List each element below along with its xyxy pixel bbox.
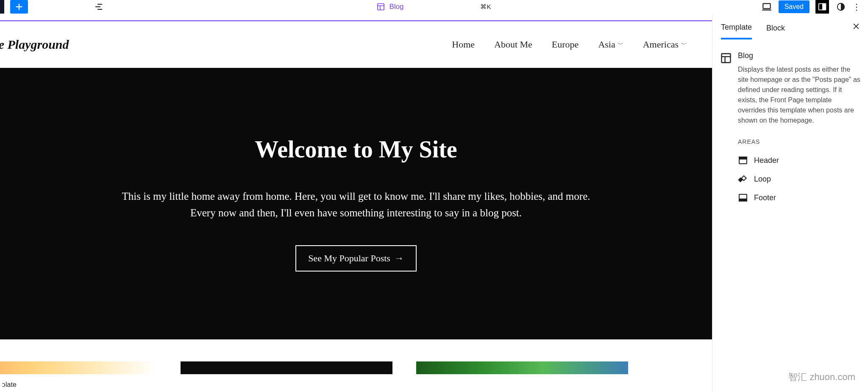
post-thumbnail[interactable] xyxy=(416,361,628,374)
post-thumbnail[interactable] xyxy=(181,361,392,374)
svg-rect-19 xyxy=(739,157,747,159)
nav-item-asia[interactable]: Asia﹀ xyxy=(598,39,623,50)
vertical-dots-icon: ⋮ xyxy=(852,2,861,12)
template-layout-icon xyxy=(376,3,385,11)
inspector-tabs: Template Block xyxy=(712,20,868,39)
topbar-left-group xyxy=(0,0,108,14)
bottom-crop-label: ɔlate xyxy=(0,380,18,389)
svg-rect-8 xyxy=(763,3,770,8)
settings-panel-toggle[interactable] xyxy=(815,0,829,14)
site-title[interactable]: he Playground xyxy=(0,37,69,52)
list-view-button[interactable] xyxy=(90,0,108,14)
document-label: Blog xyxy=(389,3,403,11)
loop-area-icon xyxy=(738,174,748,184)
arrow-right-icon: → xyxy=(395,253,404,264)
half-circle-icon xyxy=(836,2,846,11)
svg-rect-23 xyxy=(739,199,747,201)
window-handle xyxy=(0,0,4,14)
settings-inspector: Template Block Blog Displays the latest … xyxy=(712,14,868,392)
editor-topbar: Blog ⌘K Saved ⋮ xyxy=(0,0,868,14)
nav-item-europe[interactable]: Europe xyxy=(552,39,579,50)
styles-button[interactable] xyxy=(835,1,847,13)
chevron-down-icon: ﹀ xyxy=(681,41,687,48)
post-thumbnail[interactable] xyxy=(0,361,157,374)
area-item-footer[interactable]: Footer xyxy=(720,188,860,207)
document-indicator[interactable]: Blog xyxy=(376,3,403,11)
area-label: Header xyxy=(754,156,779,165)
areas-heading: AREAS xyxy=(738,138,860,145)
laptop-icon xyxy=(761,1,772,12)
add-block-button[interactable] xyxy=(10,0,28,14)
saved-label: Saved xyxy=(785,3,804,10)
template-layout-icon xyxy=(720,52,732,64)
tab-template[interactable]: Template xyxy=(721,23,752,39)
area-item-header[interactable]: Header xyxy=(720,151,860,170)
area-item-loop[interactable]: Loop xyxy=(720,170,860,188)
list-stagger-icon xyxy=(94,2,104,12)
editor-canvas[interactable]: he Playground Home About Me Europe Asia﹀… xyxy=(0,14,712,392)
watermark: 智汇 zhuon.com xyxy=(788,371,855,384)
more-options-button[interactable]: ⋮ xyxy=(853,1,860,13)
workspace: he Playground Home About Me Europe Asia﹀… xyxy=(0,14,868,392)
nav-item-home[interactable]: Home xyxy=(452,39,475,50)
command-shortcut[interactable]: ⌘K xyxy=(480,3,492,11)
tab-block[interactable]: Block xyxy=(766,24,785,39)
template-frame: he Playground Home About Me Europe Asia﹀… xyxy=(0,20,712,392)
footer-area-icon xyxy=(738,193,748,203)
post-grid[interactable] xyxy=(0,339,712,374)
svg-rect-11 xyxy=(823,4,826,10)
hero-paragraph[interactable]: This is my little home away from home. H… xyxy=(110,188,602,221)
topbar-center-group: Blog ⌘K xyxy=(376,3,491,11)
plus-icon xyxy=(14,2,24,11)
header-area-icon xyxy=(738,155,748,165)
device-preview-button[interactable] xyxy=(761,1,773,13)
topbar-right-group: Saved ⋮ xyxy=(761,0,860,14)
hero-cover[interactable]: Welcome to My Site This is my little hom… xyxy=(0,68,712,339)
hero-cta-label: See My Popular Posts xyxy=(308,253,390,264)
sidebar-panel-icon xyxy=(818,2,827,11)
area-label: Footer xyxy=(754,193,776,202)
close-inspector-button[interactable] xyxy=(852,22,860,33)
site-nav: Home About Me Europe Asia﹀ Americas﹀ xyxy=(452,39,687,50)
hero-cta-button[interactable]: See My Popular Posts → xyxy=(295,245,417,272)
svg-rect-5 xyxy=(378,4,384,10)
inspector-body: Blog Displays the latest posts as either… xyxy=(712,39,868,207)
hero-heading[interactable]: Welcome to My Site xyxy=(255,136,457,163)
nav-item-americas[interactable]: Americas﹀ xyxy=(643,39,687,50)
saved-button[interactable]: Saved xyxy=(779,0,810,13)
template-description: Displays the latest posts as either the … xyxy=(738,64,860,126)
svg-rect-15 xyxy=(722,54,731,63)
nav-item-about[interactable]: About Me xyxy=(494,39,532,50)
svg-rect-20 xyxy=(738,177,743,182)
template-name: Blog xyxy=(738,51,753,60)
template-info-header: Blog xyxy=(720,51,860,64)
chevron-down-icon: ﹀ xyxy=(618,41,623,48)
close-icon xyxy=(852,22,860,31)
area-label: Loop xyxy=(754,175,771,184)
site-header[interactable]: he Playground Home About Me Europe Asia﹀… xyxy=(0,21,712,68)
